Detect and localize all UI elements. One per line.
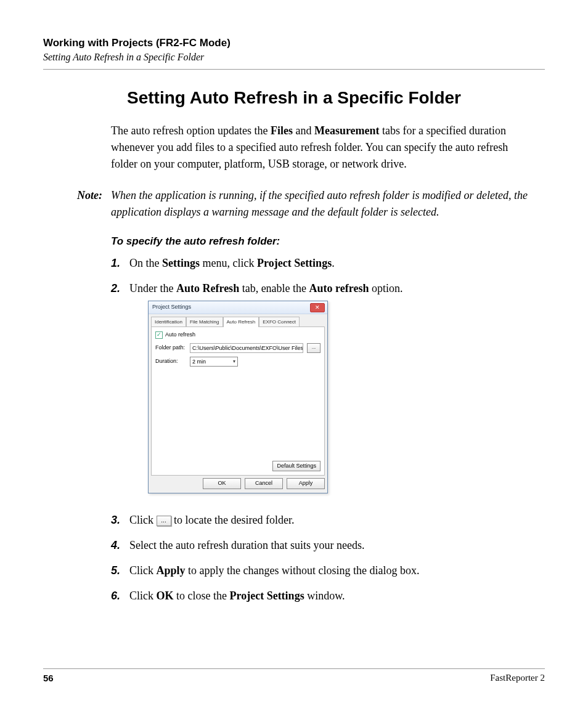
step-text: Click	[129, 564, 157, 577]
browse-button[interactable]: ...	[307, 343, 321, 353]
step-bold: Apply	[157, 564, 186, 577]
step-bold: OK	[157, 590, 174, 602]
intro-paragraph: The auto refresh option updates the File…	[111, 123, 533, 172]
step-4: 4. Select the auto refresh duration that…	[111, 537, 533, 554]
step-text: tab, enable the	[239, 282, 309, 294]
tab-auto-refresh[interactable]: Auto Refresh	[223, 317, 259, 327]
duration-label: Duration:	[155, 357, 186, 366]
step-text: menu, click	[200, 257, 257, 269]
cancel-button[interactable]: Cancel	[245, 478, 283, 489]
step-bold: Settings	[162, 257, 200, 269]
folder-path-label: Folder path:	[155, 344, 186, 352]
step-5: 5. Click Apply to apply the changes with…	[111, 562, 533, 579]
tab-file-matching[interactable]: File Matching	[186, 317, 223, 327]
step-number: 4.	[111, 537, 129, 554]
step-text: .	[332, 257, 335, 269]
step-6: 6. Click OK to close the Project Setting…	[111, 588, 533, 604]
auto-refresh-checkbox-label: Auto refresh	[165, 331, 195, 339]
header-breadcrumb: Working with Projects (FR2-FC Mode)	[43, 37, 545, 49]
step-bold: Auto refresh	[309, 282, 369, 294]
auto-refresh-checkbox[interactable]: ✓	[155, 331, 163, 339]
note-label: Note:	[43, 187, 111, 221]
header-subtitle: Setting Auto Refresh in a Specific Folde…	[43, 52, 545, 63]
intro-bold-measurement: Measurement	[314, 124, 380, 137]
step-text: to apply the changes without closing the…	[186, 564, 420, 577]
tab-identification[interactable]: Identification	[151, 317, 186, 327]
header-divider	[43, 69, 545, 70]
step-bold: Auto Refresh	[176, 282, 239, 294]
step-text: Select the auto refresh duration that su…	[129, 537, 533, 554]
note-text: When the application is running, if the …	[111, 187, 545, 221]
intro-text: The auto refresh option updates the	[111, 124, 271, 137]
step-number: 5.	[111, 562, 129, 579]
apply-button[interactable]: Apply	[287, 478, 325, 489]
dialog-title: Project Settings	[151, 303, 191, 312]
project-settings-dialog: Project Settings ✕ Identification File M…	[148, 301, 328, 493]
step-number: 6.	[111, 588, 129, 604]
step-number: 2.	[111, 280, 129, 503]
tab-exfo-connect[interactable]: EXFO Connect	[259, 317, 300, 327]
step-text: window.	[304, 590, 345, 602]
step-text: Click	[129, 590, 157, 602]
step-text: option.	[369, 282, 402, 294]
step-text: On the	[129, 257, 162, 269]
intro-text: and	[293, 124, 314, 137]
browse-icon: ...	[157, 516, 171, 526]
page-title: Setting Auto Refresh in a Specific Folde…	[43, 88, 545, 108]
folder-path-field[interactable]: C:\Users\Public\Documents\EXFO\User File…	[190, 343, 303, 353]
dialog-titlebar: Project Settings ✕	[149, 301, 327, 314]
step-bold: Project Settings	[230, 590, 304, 602]
close-button[interactable]: ✕	[310, 303, 325, 312]
page-number: 56	[43, 673, 54, 683]
step-bold: Project Settings	[257, 257, 332, 269]
ok-button[interactable]: OK	[203, 478, 241, 489]
step-text: to close the	[174, 590, 230, 602]
step-2: 2. Under the Auto Refresh tab, enable th…	[111, 280, 533, 503]
note-block: Note: When the application is running, i…	[43, 187, 545, 221]
duration-select[interactable]: 2 min	[190, 357, 238, 367]
step-1: 1. On the Settings menu, click Project S…	[111, 255, 533, 272]
step-3: 3. Click ... to locate the desired folde…	[111, 512, 533, 529]
step-number: 1.	[111, 255, 129, 272]
intro-bold-files: Files	[271, 124, 293, 137]
footer-divider	[43, 668, 545, 669]
step-text: Click	[129, 514, 157, 526]
procedure-title: To specify the auto refresh folder:	[111, 235, 533, 248]
step-text: to locate the desired folder.	[174, 514, 294, 526]
default-settings-button[interactable]: Default Settings	[272, 461, 321, 472]
step-number: 3.	[111, 512, 129, 529]
product-name: FastReporter 2	[490, 673, 545, 683]
page-footer: 56 FastReporter 2	[43, 668, 545, 683]
step-text: Under the	[129, 282, 176, 294]
